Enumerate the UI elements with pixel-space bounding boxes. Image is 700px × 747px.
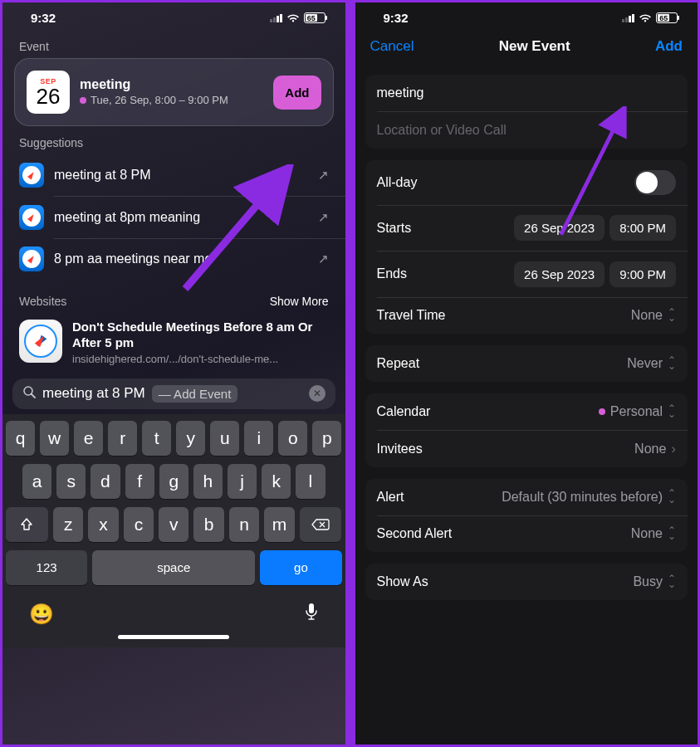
event-subtitle: Tue, 26 Sep, 8:00 – 9:00 PM bbox=[80, 94, 263, 108]
wifi-icon bbox=[639, 13, 652, 23]
page-title: New Event bbox=[499, 38, 570, 55]
title-field[interactable]: meeting bbox=[365, 75, 688, 111]
website-result[interactable]: Don't Schedule Meetings Before 8 am Or A… bbox=[2, 313, 345, 374]
second-alert-row[interactable]: Second Alert None⌃⌄ bbox=[365, 515, 688, 552]
updown-icon: ⌃⌄ bbox=[668, 528, 676, 540]
cellular-icon bbox=[270, 14, 282, 22]
safari-icon bbox=[19, 247, 44, 271]
key[interactable]: t bbox=[142, 421, 171, 456]
search-icon bbox=[22, 385, 36, 402]
battery-icon: 65 bbox=[304, 12, 326, 23]
showas-row[interactable]: Show As Busy⌃⌄ bbox=[365, 564, 688, 600]
updown-icon: ⌃⌄ bbox=[668, 406, 676, 417]
section-label-event: Event bbox=[2, 30, 345, 58]
search-suggestion-chip[interactable]: — Add Event bbox=[152, 385, 238, 403]
repeat-row[interactable]: Repeat Never⌃⌄ bbox=[365, 345, 688, 382]
key[interactable]: r bbox=[108, 421, 137, 456]
updown-icon: ⌃⌄ bbox=[668, 310, 676, 321]
key[interactable]: o bbox=[278, 421, 307, 456]
key[interactable]: l bbox=[296, 464, 325, 499]
chevron-right-icon: › bbox=[671, 441, 676, 457]
key[interactable]: f bbox=[125, 464, 154, 499]
section-label-suggestions: Suggestions bbox=[2, 126, 345, 154]
calendar-color-dot bbox=[80, 97, 86, 104]
event-card[interactable]: SEP 26 meeting Tue, 26 Sep, 8:00 – 9:00 … bbox=[14, 58, 334, 126]
key[interactable]: b bbox=[193, 507, 223, 542]
key[interactable]: y bbox=[176, 421, 205, 456]
safari-icon bbox=[19, 163, 44, 188]
starts-date-picker[interactable]: 26 Sep 2023 bbox=[514, 215, 605, 241]
key[interactable]: i bbox=[244, 421, 273, 456]
search-query: meeting at 8 PM bbox=[42, 385, 145, 402]
key[interactable]: g bbox=[159, 464, 188, 499]
travel-time-row[interactable]: Travel Time None⌃⌄ bbox=[365, 297, 688, 334]
key[interactable]: s bbox=[56, 464, 86, 499]
shift-key[interactable] bbox=[6, 507, 48, 542]
backspace-key[interactable] bbox=[300, 507, 342, 542]
dictation-key[interactable] bbox=[304, 602, 319, 627]
allday-toggle[interactable] bbox=[634, 170, 676, 195]
add-button[interactable]: Add bbox=[273, 76, 321, 110]
key[interactable]: e bbox=[74, 421, 103, 456]
space-key[interactable]: space bbox=[92, 550, 255, 585]
safari-icon bbox=[19, 205, 44, 230]
wifi-icon bbox=[286, 13, 300, 23]
key[interactable]: m bbox=[264, 507, 294, 542]
updown-icon: ⌃⌄ bbox=[668, 358, 676, 369]
numeric-key[interactable]: 123 bbox=[6, 550, 87, 585]
suggestion-item[interactable]: meeting at 8pm meaning ↗ bbox=[2, 197, 345, 238]
status-time: 9:32 bbox=[31, 11, 56, 25]
calendar-color-dot bbox=[599, 408, 605, 415]
key[interactable]: d bbox=[91, 464, 120, 499]
invitees-row[interactable]: Invitees None› bbox=[365, 431, 688, 467]
add-button[interactable]: Add bbox=[655, 38, 683, 55]
location-field[interactable]: Location or Video Call bbox=[365, 112, 688, 149]
key[interactable]: c bbox=[124, 507, 154, 542]
status-bar: 9:32 65 bbox=[355, 2, 698, 30]
home-indicator[interactable] bbox=[118, 635, 229, 639]
safari-icon bbox=[19, 320, 62, 363]
keyboard: q w e r t y u i o p a s d f g h j k l z … bbox=[2, 414, 345, 647]
key[interactable]: a bbox=[22, 464, 51, 499]
key[interactable]: w bbox=[40, 421, 69, 456]
key[interactable]: v bbox=[159, 507, 188, 542]
open-arrow-icon[interactable]: ↗ bbox=[318, 251, 329, 266]
open-arrow-icon[interactable]: ↗ bbox=[318, 210, 329, 225]
status-bar: 9:32 65 bbox=[2, 2, 345, 30]
key[interactable]: u bbox=[210, 421, 239, 456]
show-more-link[interactable]: Show More bbox=[270, 295, 329, 308]
key[interactable]: q bbox=[6, 421, 35, 456]
updown-icon: ⌃⌄ bbox=[668, 491, 676, 502]
starts-time-picker[interactable]: 8:00 PM bbox=[609, 215, 676, 241]
alert-row[interactable]: Alert Default (30 minutes before)⌃⌄ bbox=[365, 479, 688, 515]
suggestions-list: meeting at 8 PM ↗ meeting at 8pm meaning… bbox=[2, 154, 345, 280]
new-event-screen: 9:32 65 Cancel New Event Add meeting Loc… bbox=[353, 0, 701, 747]
emoji-key[interactable]: 😀 bbox=[29, 603, 54, 626]
ends-time-picker[interactable]: 9:00 PM bbox=[609, 261, 676, 287]
battery-icon: 65 bbox=[656, 12, 678, 23]
key[interactable]: x bbox=[88, 507, 118, 542]
ends-date-picker[interactable]: 26 Sep 2023 bbox=[514, 261, 605, 287]
allday-row: All-day bbox=[365, 160, 688, 205]
suggestion-item[interactable]: meeting at 8 PM ↗ bbox=[2, 154, 345, 196]
go-key[interactable]: go bbox=[260, 550, 341, 585]
suggestion-item[interactable]: 8 pm aa meetings near me ↗ bbox=[2, 238, 345, 280]
updown-icon: ⌃⌄ bbox=[668, 576, 676, 588]
calendar-icon: SEP 26 bbox=[27, 71, 70, 114]
clear-icon[interactable]: ✕ bbox=[309, 385, 326, 402]
key[interactable]: h bbox=[193, 464, 223, 499]
key[interactable]: j bbox=[228, 464, 257, 499]
open-arrow-icon[interactable]: ↗ bbox=[318, 168, 329, 183]
search-field[interactable]: meeting at 8 PM — Add Event ✕ bbox=[12, 378, 335, 409]
nav-bar: Cancel New Event Add bbox=[355, 30, 698, 63]
cellular-icon bbox=[622, 14, 634, 22]
calendar-row[interactable]: Calendar Personal⌃⌄ bbox=[365, 393, 688, 430]
key[interactable]: z bbox=[53, 507, 83, 542]
section-label-websites: Websites bbox=[19, 295, 66, 308]
key[interactable]: p bbox=[312, 421, 341, 456]
ends-row: Ends 26 Sep 2023 9:00 PM bbox=[365, 251, 688, 297]
cancel-button[interactable]: Cancel bbox=[370, 38, 414, 55]
key[interactable]: k bbox=[262, 464, 291, 499]
event-title: meeting bbox=[80, 77, 263, 92]
key[interactable]: n bbox=[229, 507, 259, 542]
